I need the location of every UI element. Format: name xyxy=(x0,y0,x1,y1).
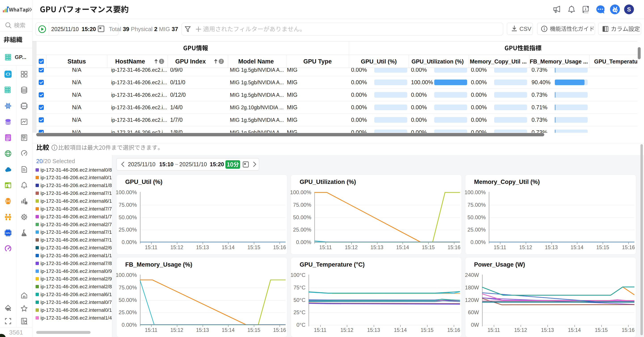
svg-text:GPU: GPU xyxy=(6,232,10,234)
svg-text:Log: Log xyxy=(22,136,25,137)
svg-text:S: S xyxy=(627,6,631,13)
svg-text:GPU: GPU xyxy=(22,105,26,107)
svg-text:LOG: LOG xyxy=(6,135,10,137)
